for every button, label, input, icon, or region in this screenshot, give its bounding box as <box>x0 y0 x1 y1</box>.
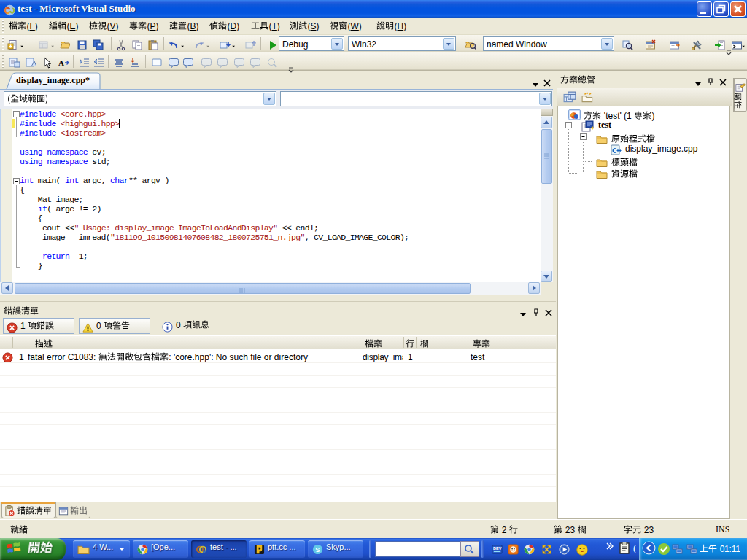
svg-text:A: A <box>58 58 64 67</box>
svg-text:S: S <box>315 545 320 553</box>
svg-text:DEV: DEV <box>493 547 502 551</box>
